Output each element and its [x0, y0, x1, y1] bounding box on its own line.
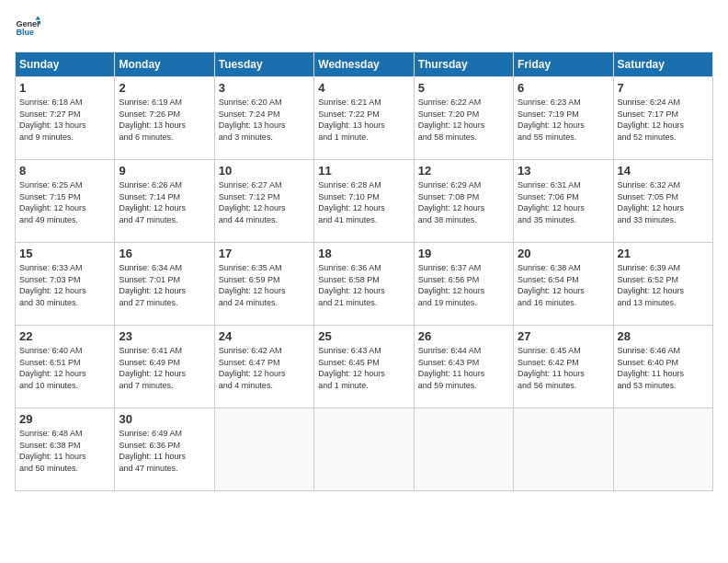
day-number: 27 [518, 329, 609, 343]
calendar-cell: 2Sunrise: 6:19 AM Sunset: 7:26 PM Daylig… [115, 77, 214, 160]
day-number: 13 [518, 164, 609, 178]
calendar-cell: 6Sunrise: 6:23 AM Sunset: 7:19 PM Daylig… [514, 77, 613, 160]
calendar-cell: 20Sunrise: 6:38 AM Sunset: 6:54 PM Dayli… [514, 243, 613, 326]
day-info: Sunrise: 6:40 AM Sunset: 6:51 PM Dayligh… [19, 345, 110, 391]
day-info: Sunrise: 6:20 AM Sunset: 7:24 PM Dayligh… [219, 97, 310, 143]
calendar-week-row: 22Sunrise: 6:40 AM Sunset: 6:51 PM Dayli… [16, 326, 713, 408]
calendar-cell [613, 408, 712, 491]
day-number: 22 [19, 329, 110, 343]
calendar-cell: 18Sunrise: 6:36 AM Sunset: 6:58 PM Dayli… [314, 243, 414, 326]
calendar-week-row: 1Sunrise: 6:18 AM Sunset: 7:27 PM Daylig… [16, 77, 713, 160]
day-number: 3 [219, 81, 310, 95]
day-number: 18 [318, 247, 409, 260]
day-info: Sunrise: 6:29 AM Sunset: 7:08 PM Dayligh… [418, 179, 509, 225]
calendar-table: SundayMondayTuesdayWednesdayThursdayFrid… [15, 52, 713, 491]
calendar-cell: 10Sunrise: 6:27 AM Sunset: 7:12 PM Dayli… [214, 160, 313, 243]
day-info: Sunrise: 6:43 AM Sunset: 6:45 PM Dayligh… [318, 345, 409, 391]
calendar-cell [414, 408, 513, 491]
day-info: Sunrise: 6:19 AM Sunset: 7:26 PM Dayligh… [119, 97, 210, 143]
calendar-cell: 4Sunrise: 6:21 AM Sunset: 7:22 PM Daylig… [314, 77, 414, 160]
calendar-cell: 22Sunrise: 6:40 AM Sunset: 6:51 PM Dayli… [16, 326, 115, 408]
day-number: 1 [19, 81, 110, 95]
logo: General Blue [15, 15, 40, 40]
day-number: 5 [418, 81, 509, 95]
calendar-cell: 13Sunrise: 6:31 AM Sunset: 7:06 PM Dayli… [514, 160, 613, 243]
calendar-cell: 9Sunrise: 6:26 AM Sunset: 7:14 PM Daylig… [115, 160, 214, 243]
calendar-cell: 15Sunrise: 6:33 AM Sunset: 7:03 PM Dayli… [16, 243, 115, 326]
calendar-cell: 12Sunrise: 6:29 AM Sunset: 7:08 PM Dayli… [414, 160, 513, 243]
day-number: 8 [19, 164, 110, 178]
calendar-week-row: 29Sunrise: 6:48 AM Sunset: 6:38 PM Dayli… [16, 408, 713, 491]
calendar-cell: 24Sunrise: 6:42 AM Sunset: 6:47 PM Dayli… [214, 326, 313, 408]
day-number: 30 [119, 412, 210, 426]
calendar-cell: 3Sunrise: 6:20 AM Sunset: 7:24 PM Daylig… [214, 77, 313, 160]
day-number: 9 [119, 164, 210, 178]
day-number: 26 [418, 329, 509, 343]
day-info: Sunrise: 6:49 AM Sunset: 6:36 PM Dayligh… [119, 428, 210, 474]
day-number: 6 [518, 81, 609, 95]
day-number: 17 [219, 247, 310, 260]
calendar-cell: 27Sunrise: 6:45 AM Sunset: 6:42 PM Dayli… [514, 326, 613, 408]
logo-icon: General Blue [15, 15, 40, 40]
day-info: Sunrise: 6:23 AM Sunset: 7:19 PM Dayligh… [518, 97, 609, 143]
day-info: Sunrise: 6:38 AM Sunset: 6:54 PM Dayligh… [518, 262, 609, 308]
day-info: Sunrise: 6:26 AM Sunset: 7:14 PM Dayligh… [119, 179, 210, 225]
day-info: Sunrise: 6:28 AM Sunset: 7:10 PM Dayligh… [318, 179, 409, 225]
calendar-cell: 19Sunrise: 6:37 AM Sunset: 6:56 PM Dayli… [414, 243, 513, 326]
day-number: 10 [219, 164, 310, 178]
day-number: 14 [618, 164, 709, 178]
day-number: 2 [119, 81, 210, 95]
day-info: Sunrise: 6:34 AM Sunset: 7:01 PM Dayligh… [119, 262, 210, 308]
day-info: Sunrise: 6:25 AM Sunset: 7:15 PM Dayligh… [19, 179, 110, 225]
day-info: Sunrise: 6:31 AM Sunset: 7:06 PM Dayligh… [518, 179, 609, 225]
weekday-header: Saturday [613, 52, 712, 77]
calendar-cell [514, 408, 613, 491]
day-info: Sunrise: 6:45 AM Sunset: 6:42 PM Dayligh… [518, 345, 609, 391]
weekday-header: Tuesday [214, 52, 313, 77]
weekday-header: Thursday [414, 52, 513, 77]
day-number: 28 [618, 329, 709, 343]
day-number: 23 [119, 329, 210, 343]
day-number: 7 [618, 81, 709, 95]
day-number: 25 [318, 329, 409, 343]
weekday-header-row: SundayMondayTuesdayWednesdayThursdayFrid… [16, 52, 713, 77]
calendar-cell: 25Sunrise: 6:43 AM Sunset: 6:45 PM Dayli… [314, 326, 414, 408]
calendar-cell [214, 408, 313, 491]
calendar-week-row: 15Sunrise: 6:33 AM Sunset: 7:03 PM Dayli… [16, 243, 713, 326]
calendar-cell: 26Sunrise: 6:44 AM Sunset: 6:43 PM Dayli… [414, 326, 513, 408]
calendar-cell: 11Sunrise: 6:28 AM Sunset: 7:10 PM Dayli… [314, 160, 414, 243]
day-info: Sunrise: 6:44 AM Sunset: 6:43 PM Dayligh… [418, 345, 509, 391]
weekday-header: Monday [115, 52, 214, 77]
day-info: Sunrise: 6:41 AM Sunset: 6:49 PM Dayligh… [119, 345, 210, 391]
svg-text:Blue: Blue [16, 28, 34, 37]
calendar-cell: 21Sunrise: 6:39 AM Sunset: 6:52 PM Dayli… [613, 243, 712, 326]
day-info: Sunrise: 6:46 AM Sunset: 6:40 PM Dayligh… [618, 345, 709, 391]
calendar-cell: 30Sunrise: 6:49 AM Sunset: 6:36 PM Dayli… [115, 408, 214, 491]
day-number: 19 [418, 247, 509, 260]
day-info: Sunrise: 6:48 AM Sunset: 6:38 PM Dayligh… [19, 428, 110, 474]
calendar-cell: 7Sunrise: 6:24 AM Sunset: 7:17 PM Daylig… [613, 77, 712, 160]
svg-marker-2 [35, 16, 40, 19]
calendar-cell: 28Sunrise: 6:46 AM Sunset: 6:40 PM Dayli… [613, 326, 712, 408]
day-number: 15 [19, 247, 110, 260]
day-info: Sunrise: 6:22 AM Sunset: 7:20 PM Dayligh… [418, 97, 509, 143]
weekday-header: Sunday [16, 52, 115, 77]
calendar-cell: 14Sunrise: 6:32 AM Sunset: 7:05 PM Dayli… [613, 160, 712, 243]
calendar-week-row: 8Sunrise: 6:25 AM Sunset: 7:15 PM Daylig… [16, 160, 713, 243]
day-number: 29 [19, 412, 110, 426]
calendar-cell: 16Sunrise: 6:34 AM Sunset: 7:01 PM Dayli… [115, 243, 214, 326]
day-info: Sunrise: 6:39 AM Sunset: 6:52 PM Dayligh… [618, 262, 709, 308]
calendar-cell [314, 408, 414, 491]
calendar-cell: 5Sunrise: 6:22 AM Sunset: 7:20 PM Daylig… [414, 77, 513, 160]
day-number: 21 [618, 247, 709, 260]
calendar-cell: 29Sunrise: 6:48 AM Sunset: 6:38 PM Dayli… [16, 408, 115, 491]
day-info: Sunrise: 6:24 AM Sunset: 7:17 PM Dayligh… [618, 97, 709, 143]
day-info: Sunrise: 6:18 AM Sunset: 7:27 PM Dayligh… [19, 97, 110, 143]
day-info: Sunrise: 6:27 AM Sunset: 7:12 PM Dayligh… [219, 179, 310, 225]
calendar-cell: 17Sunrise: 6:35 AM Sunset: 6:59 PM Dayli… [214, 243, 313, 326]
day-number: 20 [518, 247, 609, 260]
day-info: Sunrise: 6:21 AM Sunset: 7:22 PM Dayligh… [318, 97, 409, 143]
weekday-header: Wednesday [314, 52, 414, 77]
weekday-header: Friday [514, 52, 613, 77]
day-info: Sunrise: 6:33 AM Sunset: 7:03 PM Dayligh… [19, 262, 110, 308]
